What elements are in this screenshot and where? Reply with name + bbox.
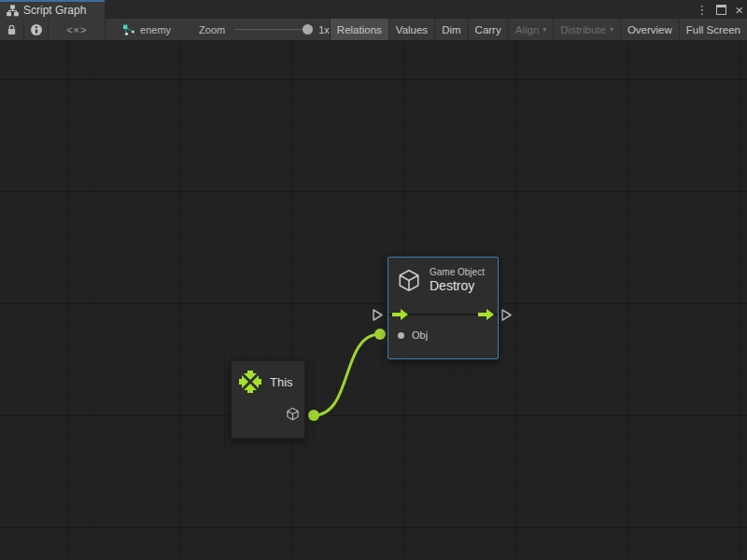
node-destroy[interactable]: Game Object Destroy Obj	[388, 257, 499, 359]
wire-start-dot	[308, 410, 319, 421]
maximize-icon[interactable]	[716, 5, 726, 15]
gameobject-cube-icon	[397, 268, 421, 293]
tab-title: Script Graph	[23, 4, 86, 17]
lock-button[interactable]	[0, 19, 24, 40]
node-supertitle: Game Object	[430, 266, 485, 278]
node-title: This	[270, 375, 293, 389]
window-controls: ⋮ ×	[696, 0, 743, 19]
flow-input-port[interactable]	[372, 308, 384, 322]
value-port-dot-icon	[398, 332, 404, 339]
overview-button[interactable]: Overview	[621, 19, 680, 40]
zoom-label: Zoom	[199, 24, 225, 35]
graph-name-label: enemy	[140, 24, 171, 35]
menu-icon[interactable]: ⋮	[696, 4, 708, 16]
graph-reference[interactable]: enemy	[122, 19, 171, 40]
zoom-slider[interactable]	[234, 29, 311, 30]
graph-toolbar: <×> enemy Zoom 1x Relations Values Dim C…	[0, 19, 747, 41]
wire-end-dot	[374, 329, 386, 340]
dropdown-caret-icon: ▾	[610, 26, 613, 34]
value-port-label: Obj	[412, 329, 428, 341]
code-view-button[interactable]: <×>	[49, 19, 106, 40]
this-converge-icon	[238, 370, 262, 394]
script-graph-window: Script Graph ⋮ × <×>	[0, 0, 747, 560]
lock-icon	[6, 23, 18, 36]
node-this[interactable]: This	[231, 360, 305, 439]
zoom-control: Zoom 1x	[199, 19, 330, 40]
flow-output-port[interactable]	[500, 308, 513, 322]
values-toggle[interactable]: Values	[389, 19, 435, 40]
info-icon	[30, 23, 43, 36]
info-button[interactable]	[24, 19, 49, 40]
flow-in-arrow-icon[interactable]	[392, 309, 408, 320]
code-icon: <×>	[66, 24, 87, 35]
dim-toggle[interactable]: Dim	[435, 19, 468, 40]
value-port-row[interactable]: Obj	[398, 329, 428, 341]
gameobject-output-port[interactable]	[286, 407, 300, 421]
tab-script-graph[interactable]: Script Graph	[0, 0, 105, 19]
toolbar-toggles: Relations Values Dim Carry Align ▾ Distr…	[330, 19, 747, 40]
node-title: Destroy	[430, 278, 485, 294]
graph-hierarchy-icon	[7, 5, 19, 17]
node-header: Game Object Destroy	[397, 266, 485, 294]
graph-canvas[interactable]: This Game Object Destroy	[0, 41, 747, 560]
carry-toggle[interactable]: Carry	[469, 19, 509, 40]
relations-toggle[interactable]: Relations	[330, 19, 389, 40]
dropdown-caret-icon: ▾	[543, 26, 546, 34]
connection-wire	[0, 41, 747, 560]
close-icon[interactable]: ×	[735, 3, 743, 17]
zoom-slider-handle[interactable]	[303, 24, 313, 35]
full-screen-button[interactable]: Full Screen	[680, 19, 747, 40]
graph-asset-icon	[122, 23, 135, 36]
align-dropdown[interactable]: Align ▾	[509, 19, 555, 40]
flow-out-arrow-icon[interactable]	[478, 309, 494, 320]
distribute-dropdown[interactable]: Distribute ▾	[554, 19, 621, 40]
zoom-value: 1x	[318, 24, 330, 35]
tab-bar: Script Graph ⋮ ×	[0, 0, 747, 19]
